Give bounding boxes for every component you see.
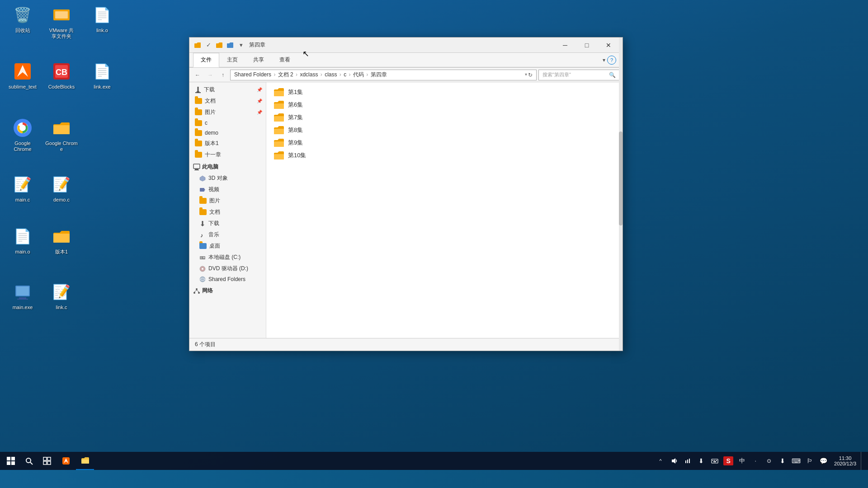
back-button[interactable]: ← — [192, 70, 203, 80]
doc2-folder-icon — [199, 209, 207, 215]
svg-rect-10 — [53, 125, 70, 134]
svg-rect-11 — [53, 234, 70, 243]
taskbar-app-explorer[interactable] — [76, 452, 94, 470]
path-part-class[interactable]: class — [325, 71, 337, 78]
tray-period-icon[interactable]: ∙ — [749, 452, 762, 470]
tab-view[interactable]: 查看 — [272, 53, 298, 67]
path-part-chapter4[interactable]: 第四章 — [371, 71, 387, 78]
svg-rect-49 — [43, 461, 47, 465]
close-button[interactable]: ✕ — [598, 38, 619, 53]
tray-ime-s[interactable]: S — [722, 452, 735, 470]
desktop-icon-link-o[interactable]: 📄 link.o — [84, 2, 120, 35]
desktop-icon-project[interactable]: Google Chrome — [43, 115, 80, 154]
desktop-icon-main-o[interactable]: 📄 main.o — [5, 224, 41, 257]
ribbon-collapse-btn[interactable]: ▾ — [603, 57, 605, 63]
sidebar-item-doc2[interactable]: 文档 — [189, 206, 266, 218]
ribbon-help-btn[interactable]: ? — [607, 56, 616, 65]
tab-home[interactable]: 主页 — [219, 53, 245, 67]
sidebar-item-banben1[interactable]: 版本1 — [189, 138, 266, 149]
sidebar-dl2-label: 下载 — [208, 220, 219, 227]
tray-msg-icon[interactable]: 💬 — [817, 452, 830, 470]
search-box[interactable]: 搜索"第四章" 🔍 — [538, 70, 620, 80]
file-item-chapter1[interactable]: 第1集 — [270, 86, 619, 99]
file-item-chapter6[interactable]: 第6集 — [270, 99, 619, 111]
sidebar-item-doc[interactable]: 文档 📌 — [189, 95, 266, 107]
sidebar-item-shared-folders[interactable]: Shared Folders — [189, 274, 266, 284]
tray-kb2-icon[interactable]: ⌨ — [790, 452, 802, 470]
address-refresh-btn[interactable]: ↻ — [528, 72, 533, 78]
tray-speaker-icon[interactable] — [668, 452, 680, 470]
banben1-folder-icon — [195, 141, 202, 146]
search-icon[interactable]: 🔍 — [609, 72, 616, 78]
tray-ime-icon2[interactable]: ⊙ — [763, 452, 775, 470]
chapter7-name: 第7集 — [288, 113, 303, 122]
sidebar-item-dl2[interactable]: 下载 — [189, 218, 266, 229]
tray-expand-btn[interactable]: ^ — [654, 452, 667, 470]
tray-show-desktop-btn[interactable] — [861, 452, 864, 470]
sidebar-item-video[interactable]: 视频 — [189, 184, 266, 195]
desktop-icon-codeblocks[interactable]: CB CodeBlocks — [43, 59, 80, 92]
sidebar-item-desktop2[interactable]: 桌面 — [189, 240, 266, 252]
desktop-icon-main-c[interactable]: 📝 main.c — [5, 172, 41, 205]
sidebar-item-c[interactable]: c — [189, 118, 266, 128]
explorer-window: ✓ ▾ 第四章 ─ □ ✕ — [189, 37, 623, 351]
taskbar-clock[interactable]: 11:30 2020/12/3 — [830, 452, 860, 470]
taskbar-view-button[interactable] — [38, 452, 56, 470]
network-label: 网络 — [202, 287, 213, 295]
address-dropdown-btn[interactable]: ▾ — [525, 72, 527, 78]
sidebar-demo-label: demo — [205, 130, 218, 136]
tab-share[interactable]: 共享 — [245, 53, 272, 67]
path-part-xdclass[interactable]: xdclass — [300, 71, 318, 78]
file-item-chapter8[interactable]: 第8集 — [270, 124, 619, 136]
start-button[interactable] — [2, 452, 20, 470]
sidebar-item-pics2[interactable]: 图片 — [189, 195, 266, 206]
taskbar-app-sublime[interactable] — [57, 452, 75, 470]
file-item-chapter7[interactable]: 第7集 — [270, 111, 619, 124]
desktop-icon-main-exe[interactable]: main.exe — [5, 279, 41, 312]
desktop-icon-chrome[interactable]: GoogleChrome — [5, 115, 41, 154]
up-button[interactable]: ↑ — [217, 70, 228, 80]
sidebar-item-chapter11[interactable]: 十一章 — [189, 149, 266, 160]
minimize-button[interactable]: ─ — [555, 38, 576, 53]
desktop-icon-sublime[interactable]: sublime_text — [5, 59, 41, 92]
path-part-c[interactable]: c — [344, 71, 346, 78]
svg-rect-43 — [7, 461, 10, 465]
desktop-icon-recycle-bin[interactable]: 🗑️ 回收站 — [5, 2, 41, 35]
desktop-icon-banben1[interactable]: 版本1 — [43, 224, 80, 257]
path-part-code[interactable]: 代码 — [353, 71, 364, 78]
sidebar-this-pc-header[interactable]: 此电脑 — [189, 160, 266, 173]
tray-ime-zh[interactable]: 中 — [736, 452, 748, 470]
dropdown-arrow-icon[interactable]: ▾ — [236, 41, 245, 50]
file-item-chapter10[interactable]: 第10集 — [270, 149, 619, 162]
sidebar-item-dvd[interactable]: DVD 驱动器 (D:) — [189, 263, 266, 274]
tray-download-icon[interactable]: ⬇ — [695, 452, 708, 470]
desktop-icon-vmware[interactable]: VMware 共享文件夹 — [43, 2, 80, 41]
sidebar-item-demo[interactable]: demo — [189, 128, 266, 138]
taskbar-search-button[interactable] — [21, 452, 37, 470]
desktop-icon-link-exe[interactable]: 📄 link.exe — [84, 59, 120, 92]
sidebar-item-local-c[interactable]: 本地磁盘 (C:) — [189, 252, 266, 263]
sidebar-item-pics[interactable]: 图片 📌 — [189, 107, 266, 118]
svg-rect-58 — [712, 459, 718, 463]
tray-network-icon[interactable] — [681, 452, 694, 470]
desktop-icon-link-c[interactable]: 📝 link.c — [43, 279, 80, 312]
path-part-doc[interactable]: 文档 2 — [278, 71, 293, 78]
path-part-shared[interactable]: Shared Folders — [234, 71, 271, 78]
tray-download2-icon[interactable]: ⬇ — [776, 452, 789, 470]
maximize-button[interactable]: □ — [576, 38, 597, 53]
svg-point-31 — [193, 292, 195, 294]
sidebar-item-3d[interactable]: 3D 对象 — [189, 173, 266, 184]
svg-point-30 — [196, 288, 198, 290]
sidebar-item-download[interactable]: 下载 📌 — [189, 84, 266, 95]
tray-keyboard-icon[interactable] — [708, 452, 721, 470]
tray-flag-icon[interactable]: 🏳 — [803, 452, 816, 470]
forward-button[interactable]: → — [205, 70, 216, 80]
address-path[interactable]: Shared Folders › 文档 2 › xdclass › class … — [230, 70, 537, 80]
sidebar-item-music[interactable]: ♪ 音乐 — [189, 229, 266, 240]
main-exe-label: main.exe — [13, 305, 33, 310]
tab-file[interactable]: 文件 — [193, 53, 219, 67]
demo-c-label: demo.c — [53, 197, 70, 203]
desktop-icon-demo-c[interactable]: 📝 demo.c — [43, 172, 80, 205]
sidebar-network-header[interactable]: 网络 — [189, 284, 266, 296]
file-item-chapter9[interactable]: 第9集 — [270, 136, 619, 149]
